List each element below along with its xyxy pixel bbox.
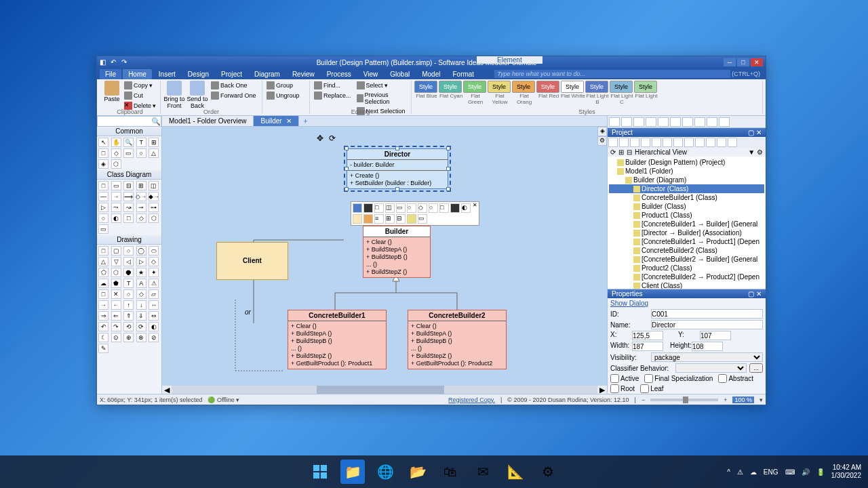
tool[interactable]: ▢ — [111, 246, 121, 256]
prop-id-input[interactable] — [651, 309, 763, 319]
tool-icon[interactable] — [670, 117, 681, 127]
tool[interactable]: □ — [98, 148, 108, 158]
tool[interactable]: □ — [98, 181, 108, 190]
tree-node[interactable]: [Director → Builder] (Association) — [609, 228, 764, 237]
mail-icon[interactable]: ✉ — [471, 460, 495, 484]
tool-icon[interactable] — [682, 117, 693, 127]
style-flat-yellow[interactable]: Style — [488, 81, 511, 93]
tool[interactable]: ⇐ — [111, 311, 121, 321]
quick-toolbar[interactable]: □◫▭○◇○□◐ ✕ ≡⊞⊟▭ — [351, 201, 479, 226]
tab-builder[interactable]: Builder✕ — [254, 116, 298, 126]
app-taskbar-icon[interactable]: 📐 — [503, 460, 528, 484]
canvas-right-toolbar[interactable]: ◈⚙ — [597, 127, 607, 146]
tree-node[interactable]: [ConcreteBuilder1 → Builder] (General — [609, 220, 764, 228]
prev-selection-button[interactable]: Previous Selection — [355, 91, 408, 106]
tool[interactable]: ◇→ — [136, 192, 146, 201]
tool[interactable]: ⊶ — [149, 203, 159, 212]
taskbar[interactable]: 📁 🌐 📂 🛍 ✉ 📐 ⚙ ^ ⚠ ☁ ENG ⌨ 🔊 🔋 10:42 AM 1… — [0, 455, 868, 488]
tool-icon[interactable] — [719, 117, 730, 127]
style-flat-green[interactable]: Style — [463, 81, 486, 93]
tool[interactable]: ⬟ — [111, 279, 121, 288]
tool[interactable]: □ — [123, 214, 134, 223]
tool[interactable]: ↷ — [111, 322, 121, 331]
menu-model[interactable]: Model — [416, 69, 446, 79]
tool[interactable]: 🔍 — [123, 138, 134, 147]
tool[interactable]: ⊞ — [149, 138, 159, 147]
menu-project[interactable]: Project — [216, 69, 248, 79]
style-flat-cyan[interactable]: Style — [439, 81, 462, 93]
redo-icon[interactable]: ↷ — [121, 58, 130, 66]
tray-lang[interactable]: ENG — [764, 468, 778, 476]
tool[interactable]: A — [136, 279, 146, 288]
tool[interactable]: ⬭ — [149, 246, 159, 256]
menu-view[interactable]: View — [358, 69, 384, 79]
tool[interactable]: ⚠ — [149, 279, 159, 288]
menu-insert[interactable]: Insert — [153, 69, 181, 79]
style-flat-orange[interactable]: Style — [512, 81, 535, 93]
replace-button[interactable]: Replace... — [313, 91, 353, 100]
tool[interactable]: → — [111, 192, 121, 201]
prop-width-input[interactable] — [632, 342, 663, 351]
style-flat-light[interactable]: Style — [634, 81, 657, 93]
tool[interactable]: ⟳ — [136, 322, 146, 331]
tool[interactable]: ↑ — [123, 300, 134, 310]
close-tab-icon[interactable]: ✕ — [286, 117, 292, 125]
hscroll-thumb[interactable] — [317, 386, 444, 394]
titlebar[interactable]: ◧ ↶ ↷ Builder (Design Pattern) (Builder.… — [97, 56, 766, 68]
tree-node[interactable]: Client (Class) — [609, 281, 764, 289]
search-icon[interactable]: 🔍 — [151, 117, 161, 126]
tool[interactable]: ⇔ — [149, 311, 159, 321]
style-flat-white[interactable]: Style — [561, 81, 584, 93]
send-back-button[interactable]: Send to Back — [186, 81, 208, 109]
tool[interactable]: ↔ — [149, 300, 159, 310]
tool[interactable]: ▷ — [136, 257, 146, 266]
bring-front-button[interactable]: Bring to Front — [163, 81, 185, 109]
tool-icon[interactable] — [707, 117, 717, 127]
tool[interactable]: △ — [98, 257, 108, 266]
tool[interactable]: ✕ — [111, 289, 121, 299]
tool[interactable]: ⇓ — [136, 311, 146, 321]
context-tab-element[interactable]: Element — [477, 56, 542, 64]
tool[interactable]: ✎ — [98, 344, 108, 353]
hierarchical-view[interactable]: ⟳⊞⊟Hierarchical View▼ ⚙ — [608, 148, 766, 157]
tree-node[interactable]: ConcreteBuilder2 (Class) — [609, 246, 764, 255]
menu-file[interactable]: File — [100, 69, 121, 79]
prop-name-input[interactable] — [651, 320, 763, 329]
tool[interactable]: ☁ — [98, 279, 108, 288]
store-icon[interactable]: 🛍 — [438, 460, 462, 484]
menu-process[interactable]: Process — [321, 69, 357, 79]
tool[interactable]: ▱ — [149, 289, 159, 299]
zoom-minus[interactable]: − — [642, 396, 645, 403]
class-concretebuilder2[interactable]: ConcreteBuilder2 + Clear () + BuildStepA… — [408, 310, 507, 369]
tool[interactable]: ⤳ — [111, 203, 121, 212]
tab-folder-overview[interactable]: Model1 - Folder Overview — [162, 116, 254, 126]
tree-node[interactable]: Builder (Diagram) — [609, 176, 764, 184]
undo-icon[interactable]: ↶ — [111, 58, 119, 66]
start-button[interactable] — [308, 460, 332, 484]
tool[interactable]: ⬡ — [111, 159, 121, 169]
status-registered[interactable]: Registered Copy. — [448, 396, 495, 403]
style-flat-red[interactable]: Style — [536, 81, 559, 93]
menu-design[interactable]: Design — [182, 69, 214, 79]
tool[interactable]: ⊞ — [136, 181, 146, 190]
class-client[interactable]: Client — [216, 242, 288, 280]
tool-icon[interactable] — [633, 117, 644, 127]
style-flat-blue[interactable]: Style — [414, 81, 437, 93]
tool[interactable]: ← — [111, 300, 121, 310]
maximize-button[interactable]: □ — [737, 58, 749, 66]
tray-keyboard-icon[interactable]: ⌨ — [785, 468, 795, 476]
tool[interactable]: ▭ — [123, 148, 134, 158]
palette-class-header[interactable]: Class Diagram — [97, 170, 161, 180]
tool[interactable]: △ — [149, 148, 159, 158]
tool[interactable]: → — [98, 300, 108, 310]
select-button[interactable]: Select ▾ — [355, 81, 408, 90]
palette-common-header[interactable]: Common — [97, 127, 161, 136]
cut-button[interactable]: Cut — [123, 91, 157, 100]
tray-chevron-icon[interactable]: ^ — [727, 468, 730, 476]
tool[interactable]: ⊙ — [111, 333, 121, 342]
style-flat-lightc[interactable]: Style — [610, 81, 633, 93]
tree-node[interactable]: Director (Class) — [609, 184, 764, 193]
prop-visibility-select[interactable]: package — [651, 352, 763, 362]
tree-node[interactable]: Product1 (Class) — [609, 211, 764, 220]
classifier-browse-button[interactable]: ... — [749, 363, 763, 373]
